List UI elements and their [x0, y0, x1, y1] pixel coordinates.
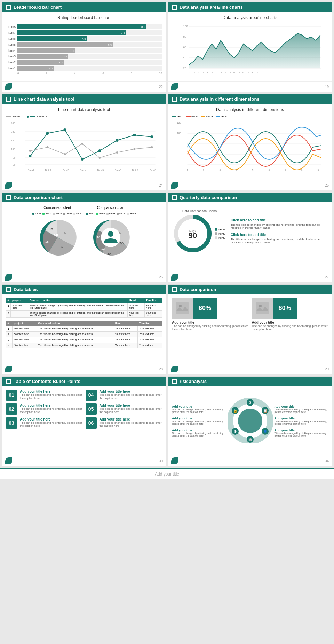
svg-text:5: 5 — [207, 72, 209, 74]
th-timeline-2: Timeline — [138, 321, 162, 326]
slide-risk-footer: 34 — [168, 456, 332, 466]
risk-left-col: Add your title Title can be changed by c… — [172, 405, 226, 437]
slide-quarterly-footer: 27 — [168, 272, 332, 282]
bar-track-7: 7.5 — [17, 30, 162, 35]
toc-item-06[interactable]: 06 Add your title here Title can be chan… — [86, 417, 162, 429]
svg-text:5: 5 — [252, 169, 254, 171]
table-row: 3 Your text here The title can be change… — [6, 337, 162, 343]
slide-quarterly-title: Quarterly data comparison — [180, 195, 237, 200]
svg-point-113 — [238, 409, 262, 433]
svg-text:40: 40 — [183, 56, 186, 59]
svg-text:4: 4 — [236, 169, 237, 171]
risk-item-mid-left: Add your title Title can be changed by c… — [172, 417, 226, 425]
slide-area-footer: 19 — [168, 81, 332, 92]
svg-text:2: 2 — [194, 72, 195, 74]
bar-label-3: Item3 — [6, 55, 16, 58]
toc-item-03[interactable]: 03 Add your title here Title can be chan… — [6, 417, 83, 429]
slide-tables-body: # project Course of action Head Timeline… — [2, 294, 166, 364]
risk-item-top-right: Add your title Title can be changed by c… — [275, 405, 328, 413]
slide-area-chart: Data analysis area/line charts Data anal… — [168, 2, 332, 92]
slide-tables: Data tables # project Course of action H… — [2, 284, 166, 374]
toc-item-title-03: Add your title here — [20, 417, 83, 421]
svg-text:👤: 👤 — [263, 429, 268, 434]
pie-legend-1: Item1 Item2 Item3 Item4 Item5 — [32, 212, 82, 215]
bar-value-3: 3.5 — [63, 55, 67, 58]
table-header-row-2: # project Course of action Head Timeline — [6, 321, 162, 326]
click-item-2[interactable]: Click here to add title The title can be… — [231, 233, 326, 244]
svg-text:30: 30 — [107, 252, 111, 256]
slide-line-header: Line chart data analysis tool — [2, 94, 166, 104]
svg-text:3: 3 — [198, 72, 200, 74]
donut-legend-item1: Item1 — [215, 228, 225, 231]
comp-card-desc-2: Title can be changed by clicking and re-… — [252, 324, 328, 331]
toc-item-02[interactable]: 02 Add your title here Title can be chan… — [6, 403, 83, 415]
bar-fill-3: 3.5 — [17, 54, 68, 59]
svg-point-53 — [151, 135, 153, 138]
bar-track-4: 4 — [17, 48, 162, 53]
svg-point-47 — [46, 132, 49, 135]
bar-track-8: 8.9 — [17, 24, 162, 29]
slide-leaderboard-header: Leaderboard bar chart — [2, 2, 166, 12]
toc-item-01[interactable]: 01 Add your title here Title can be chan… — [6, 390, 83, 401]
svg-point-52 — [133, 134, 136, 136]
pie-title-1: Comparison chart — [43, 206, 71, 210]
bar-track-2: 3.2 — [17, 60, 162, 65]
toc-num-06: 06 — [86, 417, 97, 429]
th-project-2: project — [12, 321, 37, 326]
slide-multiline-header: Data analysis in different dimensions — [168, 94, 332, 104]
slide-data-comparison-body: 60% Add your title Title can be changed … — [168, 294, 332, 364]
legend-item3: Item3 — [201, 115, 213, 118]
svg-text:Data8: Data8 — [150, 169, 156, 171]
svg-point-39 — [47, 146, 49, 148]
svg-text:80: 80 — [183, 35, 186, 38]
series1-line — [6, 116, 11, 117]
click-item-1[interactable]: Click here to add title The title can be… — [231, 218, 326, 229]
toc-item-05[interactable]: 05 Add your title here Title can be chan… — [86, 403, 162, 415]
slide-toc-footer: 30 — [2, 456, 166, 466]
toc-item-04[interactable]: 04 Add your title here Title can be chan… — [86, 390, 162, 401]
svg-text:6: 6 — [212, 72, 213, 74]
legend-item4-2: Item4 — [117, 212, 126, 215]
risk-center: $ 📋 👤 🏢 ⚙ — [228, 398, 273, 443]
bar-value-8: 8.9 — [141, 25, 145, 29]
bar-row-item5: Item5 6.6 — [6, 42, 162, 47]
bar-row-item2: Item2 3.2 — [6, 60, 162, 65]
svg-text:🏢: 🏢 — [248, 438, 252, 442]
toc-grid: 01 Add your title here Title can be chan… — [6, 390, 162, 429]
table-row: 1 Your text here The title can be change… — [6, 326, 162, 332]
donut-legend-item2: Item2 — [215, 232, 225, 235]
donut-with-legend: Days 90 Item1 Item2 — [174, 214, 225, 253]
slide-data-comparison-title: Data comparison — [180, 287, 216, 292]
svg-text:7: 7 — [216, 72, 218, 74]
toc-item-desc-03: Title can be changed and re-entering, pl… — [20, 421, 83, 427]
svg-text:280: 280 — [11, 122, 15, 124]
comp-percent-1: 60% — [199, 305, 211, 312]
svg-text:60: 60 — [183, 46, 186, 49]
th-coa-1: Course of action — [28, 298, 127, 303]
th-num-1: # — [6, 298, 11, 303]
svg-text:160: 160 — [177, 132, 181, 134]
page-num-5: 26 — [159, 275, 163, 279]
svg-point-50 — [98, 149, 101, 152]
slide-quarterly-header: Quarterly data comparison — [168, 193, 332, 202]
click-title-2: Click here to add title — [231, 233, 326, 237]
add-title-text[interactable]: Add your title — [155, 472, 179, 477]
th-head-1: Head — [128, 298, 144, 303]
quarterly-donut-section: Data Comparison Charts Days 90 — [174, 209, 225, 253]
bar-chart-title: Rating leaderboard bar chart — [6, 15, 162, 20]
svg-point-42 — [99, 157, 101, 159]
legend-item2: Item2 — [186, 115, 198, 118]
toc-num-03: 03 — [6, 417, 17, 429]
checkbox-icon-8 — [172, 287, 177, 292]
slide-toc: Table of Contents Bullet Points 01 Add y… — [2, 376, 166, 466]
slide-multiline-title: Data analysis in different dimensions — [180, 96, 260, 102]
slide-line-chart: Line chart data analysis tool Line chart… — [2, 94, 166, 190]
comp-img-2 — [252, 298, 273, 319]
checkbox-icon-6 — [172, 195, 177, 200]
slide-risk: risk analysis Add your title Title can b… — [168, 376, 332, 466]
svg-text:Data7: Data7 — [132, 169, 139, 171]
page-num-8: 29 — [325, 367, 329, 371]
toc-num-04: 04 — [86, 390, 97, 401]
leaf-icon — [5, 83, 12, 90]
slide-area-title: Data analysis area/line charts — [180, 5, 243, 10]
